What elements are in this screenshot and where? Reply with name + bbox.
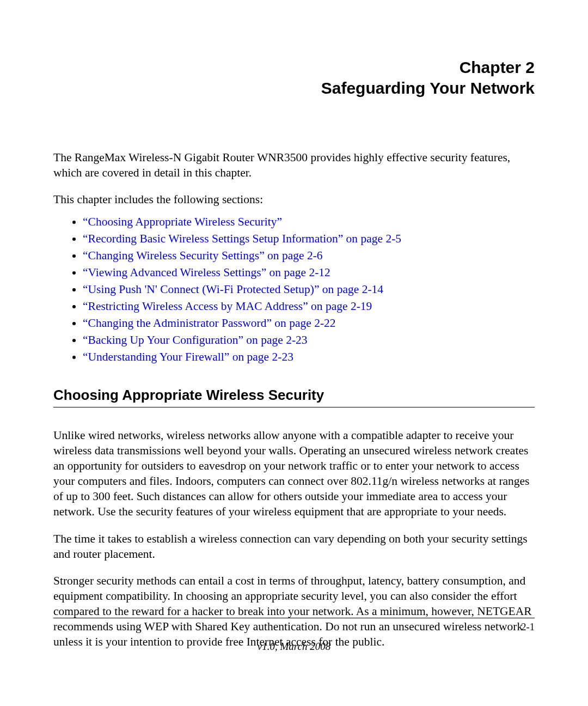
list-item: “Understanding Your Firewall” on page 2-… [83,349,535,365]
document-version: v1.0, March 2008 [53,641,535,653]
section-link[interactable]: “Choosing Appropriate Wireless Security” [83,215,282,228]
list-item: “Viewing Advanced Wireless Settings” on … [83,265,535,281]
list-item: “Changing Wireless Security Settings” on… [83,248,535,264]
section-link[interactable]: “Using Push 'N' Connect (Wi-Fi Protected… [83,283,383,296]
chapter-number: Chapter 2 [53,57,535,78]
list-item: “Backing Up Your Configuration” on page … [83,332,535,348]
page-footer: 2-1 v1.0, March 2008 [53,618,535,653]
intro-paragraph-2: This chapter includes the following sect… [53,192,535,208]
list-item: “Using Push 'N' Connect (Wi-Fi Protected… [83,282,535,297]
section-link[interactable]: “Understanding Your Firewall” on page 2-… [83,350,293,363]
body-paragraph-1: Unlike wired networks, wireless networks… [53,428,535,520]
document-page: Chapter 2 Safeguarding Your Network The … [0,0,588,706]
intro-paragraph-1: The RangeMax Wireless-N Gigabit Router W… [53,150,535,181]
chapter-title: Safeguarding Your Network [53,78,535,99]
list-item: “Changing the Administrator Password” on… [83,315,535,331]
footer-rule [53,618,535,618]
section-link[interactable]: “Changing Wireless Security Settings” on… [83,249,323,262]
chapter-title-block: Chapter 2 Safeguarding Your Network [53,57,535,98]
list-item: “Choosing Appropriate Wireless Security” [83,214,535,230]
body-paragraph-2: The time it takes to establish a wireles… [53,532,535,562]
list-item: “Recording Basic Wireless Settings Setup… [83,231,535,247]
section-list: “Choosing Appropriate Wireless Security”… [53,214,535,365]
section-link[interactable]: “Backing Up Your Configuration” on page … [83,333,308,346]
section-heading: Choosing Appropriate Wireless Security [53,387,535,407]
section-link[interactable]: “Recording Basic Wireless Settings Setup… [83,232,401,245]
section-link[interactable]: “Viewing Advanced Wireless Settings” on … [83,266,330,279]
section-link[interactable]: “Changing the Administrator Password” on… [83,317,336,330]
list-item: “Restricting Wireless Access by MAC Addr… [83,299,535,314]
page-number: 2-1 [53,622,535,633]
section-link[interactable]: “Restricting Wireless Access by MAC Addr… [83,300,372,313]
